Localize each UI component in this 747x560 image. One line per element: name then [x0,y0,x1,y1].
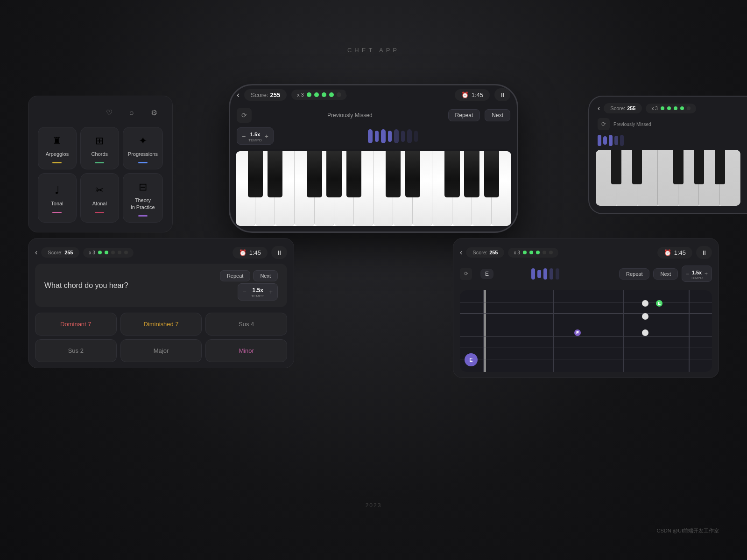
repeat-button[interactable]: Repeat [448,109,480,121]
progressions-icon: ✦ [139,135,147,147]
br-pause-button[interactable]: ⏸ [696,246,712,259]
white-key-12[interactable] [452,151,472,226]
right-white-key-5[interactable] [678,150,699,206]
br-repeat-button[interactable]: Repeat [619,268,649,280]
left-panel: ♡ ⌕ ⚙ ♜ Arpeggios ⊞ Chords ✦ Progression… [28,96,173,232]
note-dot-3 [381,129,386,143]
right-note-1 [598,135,601,146]
white-key-1[interactable] [236,151,255,226]
bl-repeat-button[interactable]: Repeat [220,270,250,281]
white-key-3[interactable] [275,151,295,226]
br-back-button[interactable]: ‹ [460,248,462,257]
answer-diminished7[interactable]: Diminished 7 [120,313,202,336]
white-key-7[interactable] [354,151,374,226]
white-key-4[interactable] [295,151,314,226]
br-lives-badge: x 3 [508,248,558,258]
timer-badge: ⏰ 1:45 [455,89,490,101]
right-life-5 [687,106,691,110]
answer-dominant7[interactable]: Dominant 7 [35,313,117,336]
right-white-key-4[interactable] [658,150,678,206]
br-timer-value: 1:45 [674,249,686,256]
menu-item-chords[interactable]: ⊞ Chords [80,127,119,169]
bl-tempo-plus[interactable]: + [269,288,273,295]
right-piano-keyboard[interactable] [596,150,740,206]
search-icon[interactable]: ⌕ [125,105,139,119]
white-key-5[interactable] [315,151,334,226]
bl-pause-button[interactable]: ⏸ [271,246,287,259]
app-title: CHET APP [347,47,400,54]
fret-1 [553,290,554,372]
note-dot-4 [388,131,392,142]
panel-icons: ♡ ⌕ ⚙ [38,105,163,119]
answer-minor[interactable]: Minor [205,339,287,362]
white-key-10[interactable] [413,151,432,226]
right-life-3 [674,106,677,110]
menu-item-progressions[interactable]: ✦ Progressions [123,127,163,169]
fret-marker-green-1: E [656,300,662,307]
answer-sus4[interactable]: Sus 4 [205,313,287,336]
right-white-key-1[interactable] [596,150,616,206]
br-note-ind-1 [531,268,535,280]
right-white-key-2[interactable] [616,150,637,206]
heart-icon[interactable]: ♡ [102,105,116,119]
right-note-5 [620,135,624,146]
back-button[interactable]: ‹ [237,90,240,100]
white-key-6[interactable] [334,151,354,226]
note-dot-6 [401,131,405,142]
piano-keyboard[interactable] [236,151,511,226]
pause-button[interactable]: ⏸ [494,88,510,101]
menu-item-theory[interactable]: ⊟ Theoryin Practice [123,173,163,223]
menu-item-arpeggios[interactable]: ♜ Arpeggios [38,127,77,169]
bl-life-1 [98,251,102,254]
bl-score-label: Score: [48,250,63,255]
right-white-key-3[interactable] [637,150,658,206]
score-value: 255 [270,91,281,98]
string-5 [460,348,712,348]
answer-major[interactable]: Major [120,339,202,362]
piano-container [234,149,513,228]
br-tempo-minus[interactable]: − [686,271,689,277]
center-phone: ‹ Score: 255 x 3 ⏰ 1:45 ⏸ ⟳ Prev [229,84,518,233]
white-key-13[interactable] [472,151,492,226]
white-key-14[interactable] [492,151,511,226]
bl-score-badge: Score: 255 [41,247,79,258]
br-score-badge: Score: 255 [466,247,504,258]
phone-notch [345,85,402,99]
right-white-key-7[interactable] [720,150,740,206]
next-button[interactable]: Next [485,109,510,121]
bl-score-value: 255 [64,250,73,255]
right-lives-x: x 3 [651,106,657,111]
bl-tempo-control: − 1.5x TEMPO + [238,283,278,301]
menu-item-tonal[interactable]: ♩ Tonal [38,173,77,223]
tempo-plus[interactable]: + [265,133,268,140]
bl-next-button[interactable]: Next [253,270,278,281]
settings-small-icon: ⟳ [237,108,252,123]
right-note-2 [603,136,607,145]
bl-back-button[interactable]: ‹ [35,248,37,257]
right-white-key-6[interactable] [699,150,719,206]
answer-sus2[interactable]: Sus 2 [35,339,117,362]
settings-icon[interactable]: ⚙ [147,105,161,119]
br-tempo-label: TEMPO [691,276,703,280]
tempo-minus[interactable]: − [242,133,246,140]
br-tempo-plus[interactable]: + [705,271,708,277]
tonal-label: Tonal [51,200,63,207]
bl-life-2 [105,251,108,254]
br-life-2 [529,251,533,254]
chords-dot [95,162,104,163]
white-key-2[interactable] [255,151,275,226]
br-next-button[interactable]: Next [653,268,678,280]
bl-tempo-minus[interactable]: − [243,288,247,295]
right-panel: ‹ Score: 255 x 3 ⟳ Previously Missed [588,96,747,214]
white-key-8[interactable] [374,151,393,226]
white-key-11[interactable] [432,151,452,226]
right-lives-badge: x 3 [646,104,696,113]
menu-item-atonal[interactable]: ✂ Atonal [80,173,119,223]
right-back-button[interactable]: ‹ [598,104,600,112]
bl-timer-badge: ⏰ 1:45 [233,247,268,259]
arpeggios-icon: ♜ [52,135,62,147]
fret-3 [689,290,690,372]
white-key-9[interactable] [393,151,413,226]
br-life-1 [523,251,527,254]
right-panel-topbar: ‹ Score: 255 x 3 [593,101,743,116]
